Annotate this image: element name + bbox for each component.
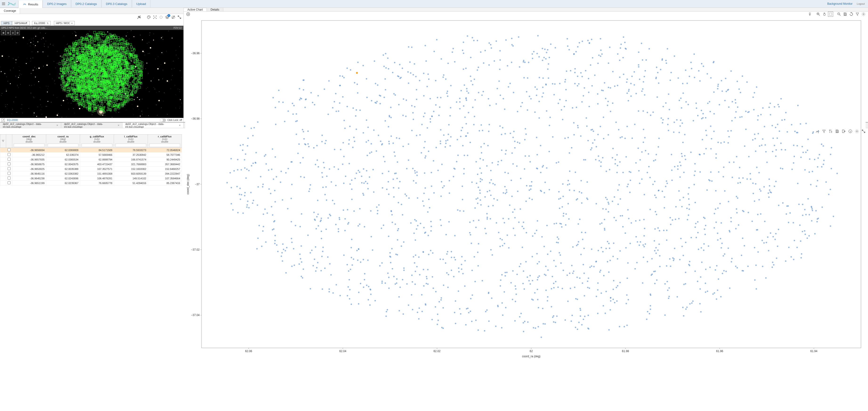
center-icon[interactable] bbox=[152, 14, 158, 20]
close-icon[interactable]: × bbox=[179, 123, 181, 127]
svg-point-4 bbox=[155, 17, 155, 18]
table-filter-icon[interactable] bbox=[822, 129, 827, 134]
col-filter-coord_ra[interactable] bbox=[48, 144, 79, 147]
sky-image-view[interactable]: DP0.2 HiPS from DESC DC2 sim: gri colo… … bbox=[0, 26, 183, 122]
coord-frame-select[interactable]: Eq J2000⇅ bbox=[32, 21, 51, 25]
table-chart-icon[interactable] bbox=[815, 129, 820, 134]
data-table-wrap[interactable]: coord_dec(deg)doublecoord_ra(deg)doubleg… bbox=[0, 134, 868, 411]
nav-tab-dp0-3-catalogs[interactable]: DP0.3 Catalogs bbox=[101, 0, 132, 8]
col-header-coord_ra[interactable]: coord_ra(deg)double bbox=[46, 135, 80, 148]
table-row[interactable]: -36.964511662.0363382151.4891008603.6059… bbox=[0, 171, 182, 176]
table-info-icon[interactable] bbox=[848, 129, 853, 134]
logout-link[interactable]: Logout bbox=[857, 2, 865, 5]
coord-readout-label: EQ-J2000: bbox=[7, 119, 19, 121]
results-table-panel: dp02_dc2_catalogs.Object - data-int.lsst… bbox=[0, 122, 868, 411]
table-settings-icon[interactable] bbox=[854, 129, 860, 134]
chart-filter-icon[interactable] bbox=[855, 11, 860, 17]
row-checkbox[interactable] bbox=[7, 163, 10, 166]
chart-save-icon[interactable] bbox=[843, 11, 848, 17]
col-header-g_calibFlux[interactable]: g_calibFlux(nJy)double bbox=[80, 135, 114, 148]
image-title: DP0.2 HiPS from DESC DC2 sim: gri colo… bbox=[1, 27, 48, 29]
zoom-fit-icon[interactable]: ⊙ bbox=[10, 30, 15, 35]
row-checkbox[interactable] bbox=[7, 158, 10, 161]
zoom-1x-icon[interactable]: ⊘ bbox=[15, 30, 20, 35]
table-expand-icon[interactable] bbox=[861, 129, 866, 134]
expand-icon[interactable] bbox=[177, 14, 182, 20]
col-header-coord_dec[interactable]: coord_dec(deg)double bbox=[12, 135, 46, 148]
col-filter-i_calibFlux[interactable] bbox=[115, 144, 146, 147]
svg-point-2 bbox=[149, 16, 149, 17]
filter-column-icon[interactable] bbox=[0, 135, 6, 148]
data-table: coord_dec(deg)doublecoord_ra(deg)doubleg… bbox=[0, 134, 182, 185]
table-row[interactable]: -36.965119962.023936776.660577851.428401… bbox=[0, 181, 182, 185]
row-checkbox[interactable] bbox=[7, 153, 10, 156]
col-filter-g_calibFlux[interactable] bbox=[82, 144, 112, 147]
chart-zoom1x-icon[interactable] bbox=[836, 11, 842, 17]
svg-point-1 bbox=[148, 17, 148, 17]
chart-settings-icon[interactable] bbox=[861, 11, 866, 17]
subtab-details[interactable]: Details bbox=[207, 8, 223, 11]
table-row[interactable]: -36.96521262.03637457.566946637.25308425… bbox=[0, 152, 182, 157]
left-subtabs: Coverage bbox=[0, 8, 183, 14]
table-row[interactable]: -36.965783562.036553462.8888794166.87415… bbox=[0, 157, 182, 162]
zoom-in-icon[interactable]: ⊕ bbox=[1, 30, 6, 35]
row-checkbox[interactable] bbox=[7, 177, 10, 180]
nav-tab-upload[interactable]: Upload bbox=[132, 0, 151, 8]
svg-rect-11 bbox=[842, 130, 844, 133]
col-header-i_calibFlux[interactable]: i_calibFlux(nJy)double bbox=[114, 135, 148, 148]
table-row[interactable]: -36.965867562.0042675403.4715437321.7668… bbox=[0, 162, 182, 167]
hide-icon[interactable] bbox=[171, 14, 176, 20]
subtab-coverage[interactable]: Coverage bbox=[0, 8, 20, 14]
table-addcol-icon[interactable] bbox=[841, 129, 846, 134]
click-lock-toggle[interactable] bbox=[160, 119, 166, 122]
svg-rect-8 bbox=[829, 13, 832, 16]
sky-canvas[interactable] bbox=[0, 30, 183, 118]
chevron-down-icon: ▾ bbox=[71, 22, 72, 25]
table-save-icon[interactable] bbox=[835, 129, 840, 134]
nav-tab-dp0-2-catalogs[interactable]: DP0.2 Catalogs bbox=[71, 0, 101, 8]
table-text-icon[interactable] bbox=[828, 129, 833, 134]
region-icon[interactable] bbox=[158, 14, 164, 20]
menu-button[interactable] bbox=[0, 0, 7, 8]
checkbox-column bbox=[6, 135, 12, 148]
row-checkbox[interactable] bbox=[7, 148, 10, 151]
nav-tab-results[interactable]: Results bbox=[19, 0, 42, 8]
close-icon[interactable]: × bbox=[56, 123, 58, 127]
subtab-active-chart[interactable]: Active Chart bbox=[184, 8, 207, 11]
col-filter-coord_dec[interactable] bbox=[14, 144, 44, 147]
result-tab-1[interactable]: dp02_dc2_catalogs.Object - data-int.lsst… bbox=[61, 122, 122, 128]
click-lock-label: Click Lock: off bbox=[167, 119, 182, 121]
image-toolbar: 9 bbox=[0, 14, 183, 21]
result-tab-2[interactable]: dp02_dc2_catalogs.Object - data-int.lsst… bbox=[122, 122, 184, 128]
layers-icon[interactable]: 9 bbox=[165, 14, 170, 20]
zoom-out-icon[interactable]: ⊖ bbox=[6, 30, 10, 35]
chart-reset-icon[interactable] bbox=[849, 11, 854, 17]
hips-btn-hips-aitoff[interactable]: HiPS/Aitoff bbox=[12, 21, 30, 25]
close-icon[interactable]: × bbox=[118, 123, 119, 127]
col-header-r_calibFlux[interactable]: r_calibFlux(nJy)double bbox=[148, 135, 182, 148]
hips-moc-select[interactable]: HiPS / MOC▾ bbox=[54, 21, 75, 25]
color-icon[interactable] bbox=[146, 14, 151, 20]
result-tab-0[interactable]: dp02_dc2_catalogs.Object - data-int.lsst… bbox=[0, 122, 61, 128]
table-row[interactable]: -36.964523862.0243696106.4878281149.5141… bbox=[0, 176, 182, 181]
svg-point-10 bbox=[863, 14, 864, 15]
chart-select-icon[interactable] bbox=[828, 11, 833, 17]
hips-btn-hips[interactable]: HiPS bbox=[1, 21, 12, 25]
image-footer: ↗ EQ-J2000: Click Lock: off bbox=[0, 118, 183, 122]
col-filter-r_calibFlux[interactable] bbox=[149, 144, 180, 147]
row-checkbox[interactable] bbox=[7, 172, 10, 175]
hamburger-icon bbox=[1, 2, 6, 6]
table-row[interactable]: -36.965669462.036980984.517150978.593327… bbox=[0, 148, 182, 152]
nav-tab-dp0-2-images[interactable]: DP0.2 Images bbox=[42, 0, 71, 8]
row-checkbox[interactable] bbox=[7, 167, 10, 170]
tools-icon[interactable] bbox=[136, 14, 142, 20]
app-logo bbox=[7, 0, 17, 8]
add-chart-icon[interactable] bbox=[186, 11, 191, 17]
chart-pan-icon[interactable] bbox=[822, 11, 827, 17]
chart-zoom-in-icon[interactable] bbox=[816, 11, 821, 17]
row-checkbox[interactable] bbox=[7, 181, 10, 184]
table-row[interactable]: -36.965302562.0035388107.3527571152.1603… bbox=[0, 167, 182, 171]
pin-icon[interactable] bbox=[807, 11, 812, 17]
popout-icon[interactable]: ↗ bbox=[1, 119, 5, 122]
background-monitor-link[interactable]: Background Monitor bbox=[827, 2, 852, 5]
